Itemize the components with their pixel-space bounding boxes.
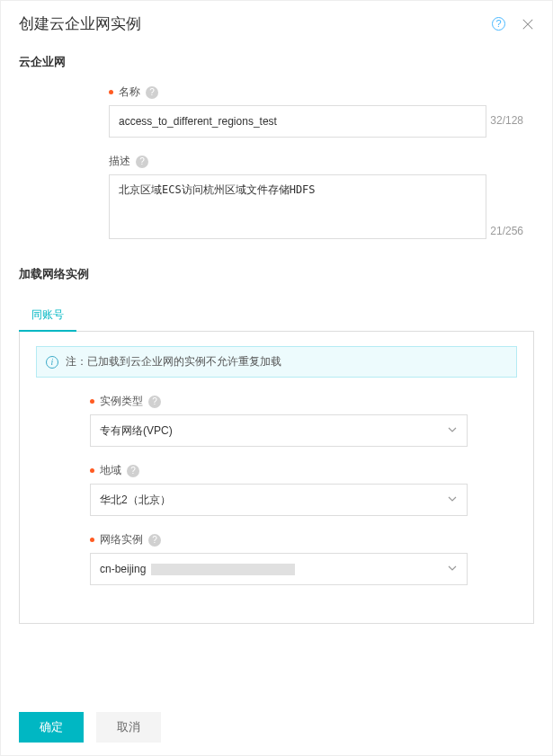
close-icon[interactable] — [522, 18, 534, 31]
help-icon[interactable]: ? — [146, 86, 158, 99]
name-label-row: 名称 ? — [109, 84, 534, 100]
net-instance-label-row: 网络实例 ? — [90, 532, 517, 547]
net-instance-select[interactable]: cn-beijing — [90, 553, 468, 585]
ok-button[interactable]: 确定 — [19, 712, 84, 743]
name-field: 32/128 — [109, 105, 534, 138]
chevron-down-icon — [447, 494, 458, 507]
instance-type-label: 实例类型 — [100, 394, 143, 409]
name-char-counter: 32/128 — [490, 114, 523, 127]
instance-type-label-row: 实例类型 ? — [90, 394, 517, 409]
desc-input[interactable]: 北京区域ECS访问杭州区域文件存储HDFS — [109, 174, 486, 239]
desc-field: 北京区域ECS访问杭州区域文件存储HDFS 21/256 — [109, 174, 534, 243]
info-note: i 注：已加载到云企业网的实例不允许重复加载 — [36, 346, 517, 378]
chevron-down-icon — [447, 563, 458, 576]
required-dot — [109, 90, 113, 94]
required-dot — [90, 399, 94, 404]
region-label: 地域 — [100, 463, 121, 478]
account-tabs: 同账号 — [19, 298, 534, 332]
dialog-header: 创建云企业网实例 ? — [1, 1, 552, 45]
name-input[interactable] — [109, 105, 486, 138]
help-icon[interactable]: ? — [136, 156, 148, 168]
region-field: 华北2（北京） — [90, 484, 517, 516]
help-icon[interactable]: ? — [127, 465, 139, 477]
info-icon: i — [46, 356, 58, 369]
info-note-text: 注：已加载到云企业网的实例不允许重复加载 — [66, 354, 281, 369]
net-instance-value: cn-beijing — [100, 563, 295, 575]
section-cen-title: 云企业网 — [19, 54, 534, 70]
dialog-title: 创建云企业网实例 — [19, 13, 141, 34]
help-icon[interactable]: ? — [492, 17, 505, 31]
desc-label: 描述 — [109, 154, 130, 169]
chevron-down-icon — [447, 424, 458, 438]
desc-label-row: 描述 ? — [109, 154, 534, 169]
dialog-header-actions: ? — [492, 17, 534, 31]
desc-char-counter: 21/256 — [490, 225, 523, 237]
required-dot — [90, 468, 94, 473]
help-icon[interactable]: ? — [148, 534, 161, 547]
instance-type-value: 专有网络(VPC) — [100, 423, 173, 439]
region-select[interactable]: 华北2（北京） — [90, 484, 468, 516]
load-panel: i 注：已加载到云企业网的实例不允许重复加载 实例类型 ? 专有网络(VPC) … — [19, 332, 534, 624]
redacted-segment — [151, 564, 295, 575]
cancel-button[interactable]: 取消 — [96, 712, 161, 743]
name-label: 名称 — [119, 84, 140, 100]
net-instance-value-text: cn-beijing — [100, 563, 146, 575]
dialog-footer: 确定 取消 — [1, 699, 552, 755]
region-value: 华北2（北京） — [100, 493, 171, 508]
section-load-title: 加载网络实例 — [19, 266, 534, 282]
help-icon[interactable]: ? — [148, 396, 161, 408]
dialog-body: 云企业网 名称 ? 32/128 描述 ? 北京区域ECS访问杭州区域文件存储H… — [1, 45, 552, 699]
net-instance-label: 网络实例 — [100, 532, 143, 547]
required-dot — [90, 538, 94, 542]
tab-same-account[interactable]: 同账号 — [19, 298, 76, 332]
instance-type-select[interactable]: 专有网络(VPC) — [90, 414, 468, 447]
instance-type-field: 专有网络(VPC) — [90, 414, 517, 447]
net-instance-field: cn-beijing — [90, 553, 517, 585]
region-label-row: 地域 ? — [90, 463, 517, 478]
